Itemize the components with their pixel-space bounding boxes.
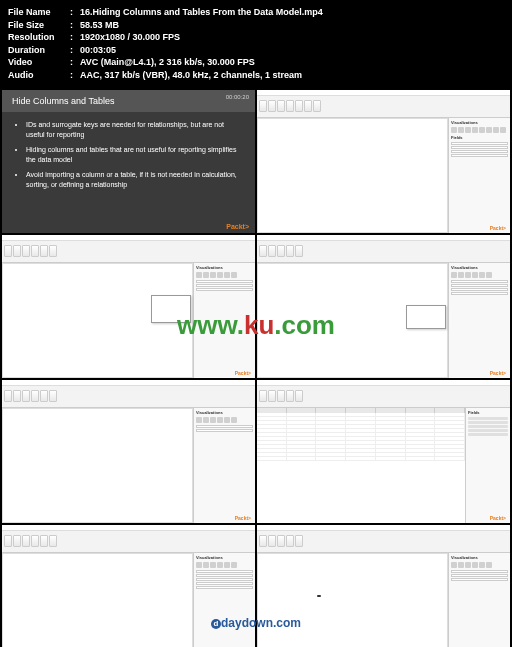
viz-panel-title: Visualizations (451, 120, 508, 125)
ribbon-button (4, 535, 12, 547)
field-item (468, 421, 508, 424)
app-ribbon (257, 96, 510, 118)
viz-icon (196, 562, 202, 568)
field-item (468, 417, 508, 420)
ribbon-button (49, 535, 57, 547)
field-item (196, 284, 253, 287)
viz-icon (486, 272, 492, 278)
thumbnail-app: Visualizations Packt> (2, 525, 255, 647)
viz-panel-title: Visualizations (451, 555, 508, 560)
viz-icon (479, 272, 485, 278)
viz-icon (231, 562, 237, 568)
thumbnail-app: Visualizations Packt> (2, 380, 255, 523)
side-panel: Visualizations Fields (448, 118, 510, 233)
viz-icon (465, 127, 471, 133)
ribbon-button (313, 100, 321, 112)
field-item (451, 280, 508, 283)
ribbon-button (286, 535, 294, 547)
filesize-value: 58.53 MB (80, 19, 119, 32)
report-canvas (257, 118, 448, 233)
viz-icon (458, 562, 464, 568)
ribbon-button (295, 100, 303, 112)
slide-title: Hide Columns and Tables (12, 96, 114, 106)
field-item (451, 574, 508, 577)
viz-icon (196, 417, 202, 423)
context-menu-item (407, 323, 445, 327)
side-panel: Visualizations (448, 553, 510, 647)
tooltip (317, 595, 321, 597)
ribbon-button (31, 245, 39, 257)
brand-logo: Packt> (235, 515, 251, 521)
ribbon-button (277, 100, 285, 112)
slide-title-bar: Hide Columns and Tables 00:00:20 (2, 90, 255, 112)
field-item (196, 582, 253, 585)
thumbnail-grid: Hide Columns and Tables 00:00:20 IDs and… (0, 88, 512, 647)
ribbon-button (277, 245, 285, 257)
report-canvas (2, 408, 193, 523)
ribbon-button (31, 535, 39, 547)
ribbon-button (13, 245, 21, 257)
ribbon-button (22, 390, 30, 402)
filename-value: 16.Hiding Columns and Tables From the Da… (80, 6, 323, 19)
video-label: Video (8, 56, 70, 69)
viz-icon (231, 417, 237, 423)
brand-logo: Packt> (490, 515, 506, 521)
field-item (451, 284, 508, 287)
ribbon-button (277, 535, 285, 547)
ribbon-button (268, 535, 276, 547)
context-menu (406, 305, 446, 329)
ribbon-button (295, 245, 303, 257)
viz-panel-title: Visualizations (196, 265, 253, 270)
ribbon-button (4, 245, 12, 257)
viz-icon (210, 272, 216, 278)
viz-icon (451, 127, 457, 133)
ribbon-button (22, 245, 30, 257)
side-panel: Visualizations (193, 263, 255, 378)
field-item (451, 288, 508, 291)
field-item (468, 425, 508, 428)
viz-icon (486, 562, 492, 568)
resolution-label: Resolution (8, 31, 70, 44)
viz-icon (451, 562, 457, 568)
field-item (451, 578, 508, 581)
video-value: AVC (Main@L4.1), 2 316 kb/s, 30.000 FPS (80, 56, 255, 69)
ribbon-button (40, 535, 48, 547)
field-item (196, 280, 253, 283)
viz-icon (196, 272, 202, 278)
slide-bullet: Avoid importing a column or a table, if … (26, 170, 241, 191)
thumbnail-app: Visualizations Fields Packt> (257, 90, 510, 233)
app-ribbon (2, 241, 255, 263)
thumbnail-slide: Hide Columns and Tables 00:00:20 IDs and… (2, 90, 255, 233)
field-item (468, 429, 508, 432)
viz-icon (203, 272, 209, 278)
side-panel: Visualizations (193, 408, 255, 523)
fields-panel-title: Fields (468, 410, 508, 415)
viz-icon (472, 272, 478, 278)
field-item (196, 425, 253, 428)
ribbon-button (259, 535, 267, 547)
ribbon-button (40, 245, 48, 257)
filename-label: File Name (8, 6, 70, 19)
field-item (451, 146, 508, 149)
viz-icon (465, 272, 471, 278)
ribbon-button (295, 535, 303, 547)
thumbnail-app-datagrid: Fields Packt> (257, 380, 510, 523)
ribbon-button (268, 390, 276, 402)
ribbon-button (268, 245, 276, 257)
field-item (468, 433, 508, 436)
ribbon-button (4, 390, 12, 402)
viz-icon (493, 127, 499, 133)
thumbnail-app: Visualizations Packt> (2, 235, 255, 378)
field-item (451, 570, 508, 573)
field-item (196, 574, 253, 577)
ribbon-button (268, 100, 276, 112)
ribbon-button (22, 535, 30, 547)
ribbon-button (277, 390, 285, 402)
brand-logo: Packt> (226, 223, 249, 230)
thumbnail-app: Visualizations Packt> (257, 525, 510, 647)
brand-logo: Packt> (490, 225, 506, 231)
viz-icon (217, 272, 223, 278)
viz-icon (479, 562, 485, 568)
side-panel: Fields (465, 408, 510, 523)
ribbon-button (31, 390, 39, 402)
